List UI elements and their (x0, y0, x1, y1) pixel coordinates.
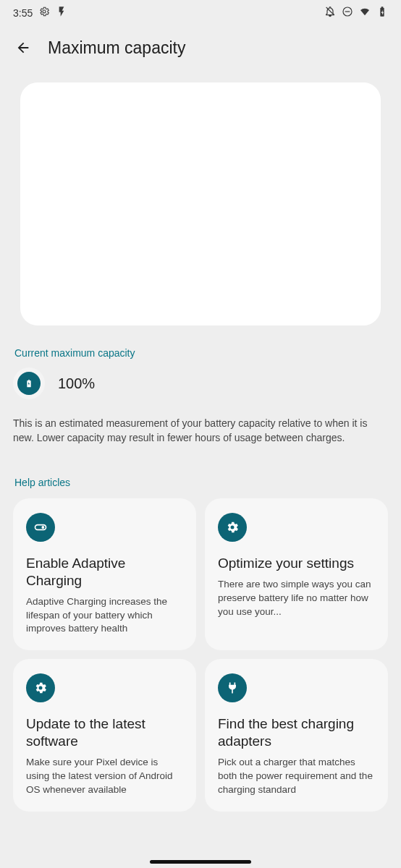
status-bar: 3:55 (0, 0, 401, 26)
svg-point-3 (41, 526, 44, 529)
capacity-icon-bg (13, 367, 45, 399)
help-card-optimize-settings[interactable]: Optimize your settings There are two sim… (205, 498, 388, 650)
bolt-icon (56, 6, 67, 20)
help-section-label: Help articles (14, 477, 388, 488)
help-card-title: Optimize your settings (218, 555, 375, 572)
help-card-desc: Make sure your Pixel device is using the… (26, 756, 183, 797)
navigation-bar[interactable] (0, 860, 401, 864)
illustration-card (20, 82, 381, 326)
help-card-title: Update to the latest software (26, 715, 183, 750)
status-right (324, 6, 388, 20)
content: Current maximum capacity 100% This is an… (0, 82, 401, 812)
help-card-adaptive-charging[interactable]: Enable Adaptive Charging Adaptive Chargi… (13, 498, 196, 650)
status-left: 3:55 (13, 6, 67, 20)
battery-swap-icon (17, 372, 41, 395)
capacity-row: 100% (13, 367, 388, 399)
arrow-back-icon (15, 40, 31, 56)
help-card-grid: Enable Adaptive Charging Adaptive Chargi… (13, 498, 388, 811)
help-card-charging-adapters[interactable]: Find the best charging adapters Pick out… (205, 659, 388, 811)
capacity-description: This is an estimated measurement of your… (13, 417, 388, 445)
wifi-icon (359, 6, 371, 20)
app-bar: Maximum capacity (0, 26, 401, 69)
gear-icon (26, 673, 55, 702)
page-title: Maximum capacity (48, 38, 185, 58)
help-card-update-software[interactable]: Update to the latest software Make sure … (13, 659, 196, 811)
help-card-desc: Adaptive Charging increases the lifespan… (26, 595, 183, 637)
home-handle-icon (150, 860, 251, 864)
capacity-section-label: Current maximum capacity (14, 347, 388, 359)
toggle-icon (26, 513, 55, 542)
back-button[interactable] (14, 39, 32, 56)
gear-icon (38, 6, 50, 20)
help-card-title: Find the best charging adapters (218, 715, 375, 750)
capacity-value: 100% (58, 375, 95, 392)
help-card-desc: Pick out a charger that matches both the… (218, 756, 375, 797)
battery-charging-icon (376, 6, 388, 20)
do-not-disturb-icon (342, 6, 353, 20)
help-card-desc: There are two simple ways you can preser… (218, 578, 375, 619)
plug-icon (218, 673, 247, 702)
gear-icon (218, 513, 247, 542)
help-card-title: Enable Adaptive Charging (26, 555, 183, 590)
status-time: 3:55 (13, 7, 33, 19)
notifications-off-icon (324, 6, 336, 20)
